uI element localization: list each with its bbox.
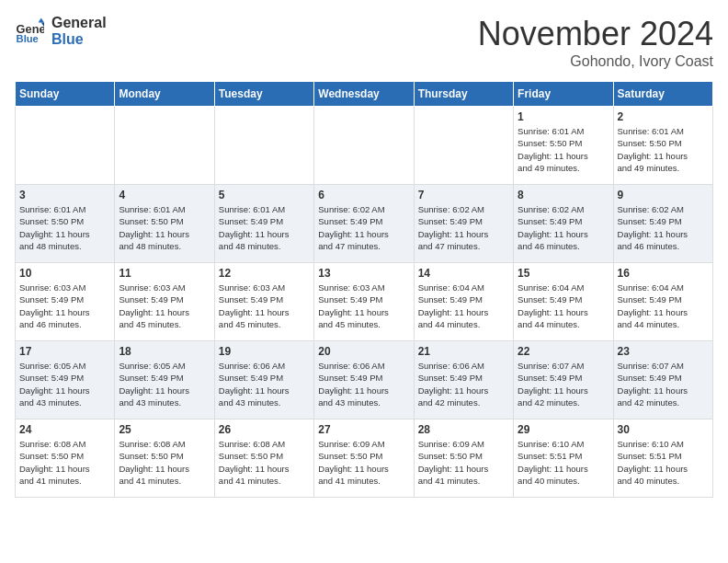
title-block: November 2024 Gohondo, Ivory Coast [478, 15, 713, 70]
day-number: 24 [19, 423, 110, 436]
day-info: Sunrise: 6:08 AM Sunset: 5:50 PM Dayligh… [219, 438, 310, 487]
day-info: Sunrise: 6:01 AM Sunset: 5:50 PM Dayligh… [618, 125, 709, 174]
calendar-day-cell: 26Sunrise: 6:08 AM Sunset: 5:50 PM Dayli… [214, 419, 313, 498]
calendar-day-cell [16, 107, 115, 185]
calendar-header-row: Sunday Monday Tuesday Wednesday Thursday… [16, 82, 713, 107]
calendar-week-row: 10Sunrise: 6:03 AM Sunset: 5:49 PM Dayli… [16, 263, 713, 341]
day-number: 5 [219, 189, 310, 201]
day-info: Sunrise: 6:03 AM Sunset: 5:49 PM Dayligh… [19, 282, 110, 330]
calendar-day-cell: 11Sunrise: 6:03 AM Sunset: 5:49 PM Dayli… [115, 263, 214, 341]
day-number: 25 [119, 423, 210, 436]
col-thursday: Thursday [414, 82, 513, 107]
calendar-day-cell: 16Sunrise: 6:04 AM Sunset: 5:49 PM Dayli… [613, 263, 712, 341]
day-info: Sunrise: 6:04 AM Sunset: 5:49 PM Dayligh… [518, 282, 609, 330]
day-info: Sunrise: 6:02 AM Sunset: 5:49 PM Dayligh… [518, 203, 609, 252]
day-info: Sunrise: 6:06 AM Sunset: 5:49 PM Dayligh… [219, 360, 310, 408]
col-tuesday: Tuesday [214, 82, 313, 107]
month-title: November 2024 [478, 15, 713, 53]
day-info: Sunrise: 6:06 AM Sunset: 5:49 PM Dayligh… [418, 360, 509, 408]
calendar-day-cell: 4Sunrise: 6:01 AM Sunset: 5:50 PM Daylig… [115, 185, 214, 263]
day-number: 26 [219, 423, 310, 436]
day-info: Sunrise: 6:05 AM Sunset: 5:49 PM Dayligh… [119, 360, 210, 408]
day-info: Sunrise: 6:07 AM Sunset: 5:49 PM Dayligh… [618, 360, 709, 408]
calendar-day-cell: 25Sunrise: 6:08 AM Sunset: 5:50 PM Dayli… [115, 419, 214, 498]
calendar-week-row: 3Sunrise: 6:01 AM Sunset: 5:50 PM Daylig… [16, 185, 713, 263]
day-number: 9 [618, 189, 709, 201]
day-number: 18 [119, 345, 210, 358]
logo: General Blue General Blue [15, 15, 107, 47]
day-info: Sunrise: 6:06 AM Sunset: 5:49 PM Dayligh… [318, 360, 409, 408]
day-info: Sunrise: 6:01 AM Sunset: 5:50 PM Dayligh… [518, 125, 609, 174]
day-number: 14 [418, 267, 509, 280]
logo-text-blue: Blue [51, 31, 107, 48]
day-number: 28 [418, 423, 509, 436]
calendar-day-cell: 29Sunrise: 6:10 AM Sunset: 5:51 PM Dayli… [514, 419, 613, 498]
day-number: 1 [518, 110, 609, 123]
day-number: 11 [119, 267, 210, 280]
day-info: Sunrise: 6:04 AM Sunset: 5:49 PM Dayligh… [418, 282, 509, 330]
day-info: Sunrise: 6:10 AM Sunset: 5:51 PM Dayligh… [518, 438, 609, 487]
calendar-week-row: 17Sunrise: 6:05 AM Sunset: 5:49 PM Dayli… [16, 341, 713, 419]
calendar-day-cell: 3Sunrise: 6:01 AM Sunset: 5:50 PM Daylig… [16, 185, 115, 263]
calendar-day-cell: 18Sunrise: 6:05 AM Sunset: 5:49 PM Dayli… [115, 341, 214, 419]
calendar-day-cell: 10Sunrise: 6:03 AM Sunset: 5:49 PM Dayli… [16, 263, 115, 341]
calendar-day-cell: 15Sunrise: 6:04 AM Sunset: 5:49 PM Dayli… [514, 263, 613, 341]
calendar-day-cell: 12Sunrise: 6:03 AM Sunset: 5:49 PM Dayli… [214, 263, 313, 341]
day-number: 10 [19, 267, 110, 280]
day-info: Sunrise: 6:03 AM Sunset: 5:49 PM Dayligh… [318, 282, 409, 330]
day-number: 15 [518, 267, 609, 280]
calendar-day-cell: 19Sunrise: 6:06 AM Sunset: 5:49 PM Dayli… [214, 341, 313, 419]
location-subtitle: Gohondo, Ivory Coast [478, 53, 713, 70]
calendar-day-cell: 9Sunrise: 6:02 AM Sunset: 5:49 PM Daylig… [613, 185, 712, 263]
col-saturday: Saturday [613, 82, 712, 107]
day-number: 17 [19, 345, 110, 358]
day-info: Sunrise: 6:09 AM Sunset: 5:50 PM Dayligh… [318, 438, 409, 487]
calendar-day-cell: 17Sunrise: 6:05 AM Sunset: 5:49 PM Dayli… [16, 341, 115, 419]
day-number: 20 [318, 345, 409, 358]
calendar-day-cell: 8Sunrise: 6:02 AM Sunset: 5:49 PM Daylig… [514, 185, 613, 263]
calendar-day-cell: 2Sunrise: 6:01 AM Sunset: 5:50 PM Daylig… [613, 107, 712, 185]
day-number: 12 [219, 267, 310, 280]
col-wednesday: Wednesday [314, 82, 414, 107]
col-monday: Monday [115, 82, 214, 107]
col-friday: Friday [514, 82, 613, 107]
svg-marker-2 [39, 17, 44, 22]
day-number: 30 [618, 423, 709, 436]
page-header: General Blue General Blue November 2024 … [15, 15, 713, 70]
day-number: 22 [518, 345, 609, 358]
day-info: Sunrise: 6:01 AM Sunset: 5:50 PM Dayligh… [19, 203, 110, 252]
day-info: Sunrise: 6:02 AM Sunset: 5:49 PM Dayligh… [618, 203, 709, 252]
day-number: 4 [119, 189, 210, 201]
calendar-day-cell: 20Sunrise: 6:06 AM Sunset: 5:49 PM Dayli… [314, 341, 414, 419]
day-number: 21 [418, 345, 509, 358]
calendar-day-cell [414, 107, 513, 185]
day-info: Sunrise: 6:09 AM Sunset: 5:50 PM Dayligh… [418, 438, 509, 487]
calendar-week-row: 24Sunrise: 6:08 AM Sunset: 5:50 PM Dayli… [16, 419, 713, 498]
day-number: 8 [518, 189, 609, 201]
calendar-day-cell [115, 107, 214, 185]
calendar-day-cell: 1Sunrise: 6:01 AM Sunset: 5:50 PM Daylig… [514, 107, 613, 185]
calendar-day-cell: 21Sunrise: 6:06 AM Sunset: 5:49 PM Dayli… [414, 341, 513, 419]
calendar-day-cell: 24Sunrise: 6:08 AM Sunset: 5:50 PM Dayli… [16, 419, 115, 498]
day-info: Sunrise: 6:03 AM Sunset: 5:49 PM Dayligh… [219, 282, 310, 330]
logo-text-general: General [51, 15, 107, 31]
day-number: 19 [219, 345, 310, 358]
calendar-day-cell: 30Sunrise: 6:10 AM Sunset: 5:51 PM Dayli… [613, 419, 712, 498]
day-info: Sunrise: 6:08 AM Sunset: 5:50 PM Dayligh… [119, 438, 210, 487]
day-info: Sunrise: 6:02 AM Sunset: 5:49 PM Dayligh… [418, 203, 509, 252]
calendar-day-cell [314, 107, 414, 185]
day-info: Sunrise: 6:07 AM Sunset: 5:49 PM Dayligh… [518, 360, 609, 408]
svg-text:Blue: Blue [17, 33, 39, 44]
calendar-day-cell: 23Sunrise: 6:07 AM Sunset: 5:49 PM Dayli… [613, 341, 712, 419]
calendar-day-cell: 22Sunrise: 6:07 AM Sunset: 5:49 PM Dayli… [514, 341, 613, 419]
day-number: 3 [19, 189, 110, 201]
day-info: Sunrise: 6:10 AM Sunset: 5:51 PM Dayligh… [618, 438, 709, 487]
calendar-day-cell: 6Sunrise: 6:02 AM Sunset: 5:49 PM Daylig… [314, 185, 414, 263]
calendar-day-cell: 14Sunrise: 6:04 AM Sunset: 5:49 PM Dayli… [414, 263, 513, 341]
day-info: Sunrise: 6:05 AM Sunset: 5:49 PM Dayligh… [19, 360, 110, 408]
day-number: 7 [418, 189, 509, 201]
col-sunday: Sunday [16, 82, 115, 107]
day-number: 6 [318, 189, 409, 201]
calendar-day-cell: 28Sunrise: 6:09 AM Sunset: 5:50 PM Dayli… [414, 419, 513, 498]
day-number: 13 [318, 267, 409, 280]
